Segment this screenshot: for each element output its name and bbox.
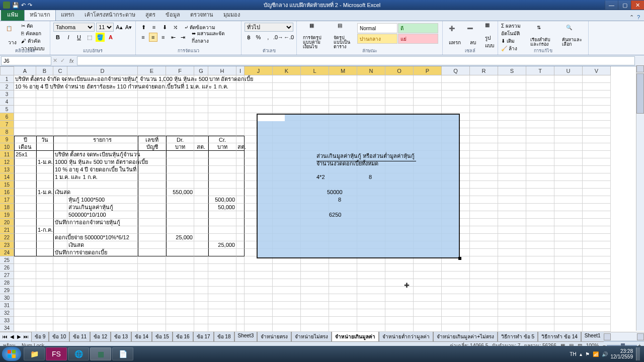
cell-Q2[interactable] [442, 83, 470, 90]
cell-Q34[interactable] [442, 324, 470, 332]
cell-I32[interactable] [236, 309, 245, 317]
cell-U16[interactable] [554, 189, 583, 196]
cell-U19[interactable] [554, 211, 583, 219]
cell-C25[interactable] [53, 256, 67, 264]
cell-B31[interactable] [36, 302, 53, 309]
cell-D12[interactable] [67, 158, 138, 166]
cell-C12[interactable]: 1000 หุ้น หุ้นละ 500 บาท อัตราดอกเบี้ย [53, 158, 67, 166]
col-header-R[interactable]: R [470, 66, 498, 75]
cell-E17[interactable] [138, 196, 166, 204]
cell-F31[interactable] [166, 302, 194, 309]
cell-G23[interactable] [194, 241, 208, 249]
cell-R2[interactable] [470, 83, 498, 90]
start-button[interactable] [2, 347, 21, 361]
cell-N27[interactable] [357, 272, 385, 279]
row-header-22[interactable]: 22 [0, 234, 14, 241]
cell-K30[interactable] [273, 294, 301, 302]
cell-I7[interactable] [236, 121, 245, 128]
cell-M33[interactable] [329, 317, 357, 324]
col-header-U[interactable]: U [554, 66, 583, 75]
cell-B15[interactable] [36, 181, 53, 189]
row-header-7[interactable]: 7 [0, 121, 14, 128]
cell-G4[interactable] [194, 98, 208, 106]
sheet-next-button[interactable]: ▶ [16, 334, 22, 339]
row-header-18[interactable]: 18 [0, 204, 14, 211]
cell-F9[interactable]: Dr. [166, 136, 194, 143]
cell-S34[interactable] [498, 324, 526, 332]
selection-handle[interactable] [458, 257, 461, 260]
cell-U23[interactable] [554, 241, 583, 249]
cell-V19[interactable] [583, 211, 611, 219]
cell-D9[interactable]: รายการ [67, 136, 138, 143]
tray-network-icon[interactable]: 📶 [593, 351, 599, 357]
cell-V18[interactable] [583, 204, 611, 211]
cell-H13[interactable] [208, 166, 236, 173]
cell-C1[interactable] [53, 75, 67, 83]
cell-F27[interactable] [166, 272, 194, 279]
cell-V30[interactable] [583, 294, 611, 302]
cell-Q1[interactable] [442, 75, 470, 83]
cell-C10[interactable] [53, 143, 67, 151]
cell-O32[interactable] [385, 309, 414, 317]
cell-F24[interactable] [166, 249, 194, 256]
cell-M3[interactable] [329, 90, 357, 98]
cell-R23[interactable] [470, 241, 498, 249]
cell-B24[interactable] [36, 249, 53, 256]
cell-D6[interactable] [67, 113, 138, 121]
cell-I20[interactable] [236, 219, 245, 226]
cell-T5[interactable] [526, 106, 554, 113]
row-header-15[interactable]: 15 [0, 181, 14, 189]
row-header-21[interactable]: 21 [0, 226, 14, 234]
row-header-4[interactable]: 4 [0, 98, 14, 106]
cell-E1[interactable] [138, 75, 166, 83]
cell-F28[interactable] [166, 279, 194, 287]
sheet-tab[interactable]: จำหน่ายตรง [257, 332, 291, 342]
cell-T8[interactable] [526, 128, 554, 136]
cell-Q4[interactable] [442, 98, 470, 106]
cell-G26[interactable] [194, 264, 208, 272]
cell-D29[interactable] [67, 287, 138, 294]
delete-cells-button[interactable]: ➖ลบ [464, 22, 482, 49]
row-header-24[interactable]: 24 [0, 249, 14, 256]
cell-A33[interactable] [14, 317, 36, 324]
cell-T30[interactable] [526, 294, 554, 302]
cell-N5[interactable] [357, 106, 385, 113]
cell-E28[interactable] [138, 279, 166, 287]
paste-button[interactable]: 📋 วาง [3, 22, 21, 49]
cell-S20[interactable] [498, 219, 526, 226]
cell-A14[interactable] [14, 173, 36, 181]
sheet-tab[interactable]: วิธีการทำ ข้อ 14 [538, 332, 581, 342]
cell-S13[interactable] [498, 166, 526, 173]
cell-I25[interactable] [236, 256, 245, 264]
cell-A8[interactable] [14, 128, 36, 136]
cell-C13[interactable]: 10 % อายุ 4 ปี จ่ายดอกเบี้ย ในวันที่ [53, 166, 67, 173]
cell-I16[interactable] [236, 189, 245, 196]
row-header-28[interactable]: 28 [0, 279, 14, 287]
cell-I14[interactable] [236, 173, 245, 181]
cell-T26[interactable] [526, 264, 554, 272]
cell-N29[interactable] [357, 287, 385, 294]
cell-E7[interactable] [138, 121, 166, 128]
cell-D30[interactable] [67, 294, 138, 302]
cell-G11[interactable] [194, 151, 208, 158]
cell-V31[interactable] [583, 302, 611, 309]
spreadsheet-grid[interactable]: ABCDEFGHIJKLMNOPQRSTUV 12345678910111213… [0, 66, 644, 332]
grow-font-button[interactable]: A▴ [115, 23, 123, 32]
cell-I33[interactable] [236, 317, 245, 324]
cell-T33[interactable] [526, 317, 554, 324]
cell-O29[interactable] [385, 287, 414, 294]
cell-G32[interactable] [194, 309, 208, 317]
cell-V2[interactable] [583, 83, 611, 90]
cell-V1[interactable] [583, 75, 611, 83]
cell-E29[interactable] [138, 287, 166, 294]
cell-U22[interactable] [554, 234, 583, 241]
cell-B11[interactable] [36, 151, 53, 158]
cell-T27[interactable] [526, 272, 554, 279]
cell-S18[interactable] [498, 204, 526, 211]
tray-show-hidden-icon[interactable]: ▴ [580, 351, 582, 357]
cell-K33[interactable] [273, 317, 301, 324]
cell-C9[interactable] [53, 136, 67, 143]
cell-I5[interactable] [236, 106, 245, 113]
cell-C3[interactable] [53, 90, 67, 98]
find-select-button[interactable]: 🔍ค้นหาและเลือก [559, 22, 585, 49]
